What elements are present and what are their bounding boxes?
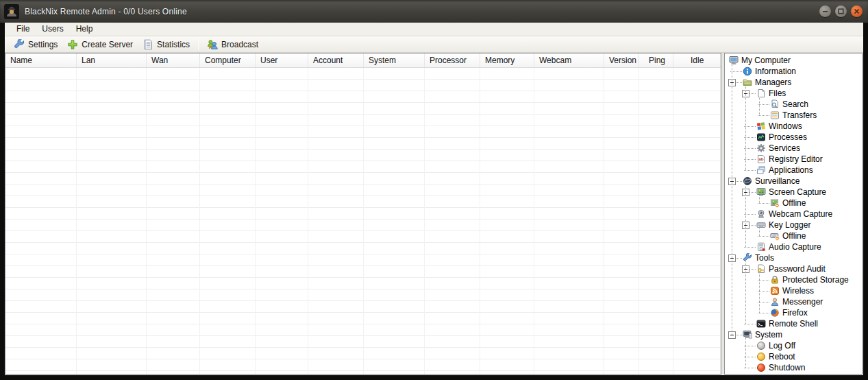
tree-connector [759, 97, 760, 115]
table-gridline [673, 68, 673, 374]
tree-connector [743, 165, 756, 176]
services-gear-icon [756, 143, 766, 153]
table-gridline [480, 68, 480, 374]
tree-item-label: Windows [769, 121, 802, 131]
column-header-memory[interactable]: Memory [480, 54, 534, 67]
tree-item-my-computer[interactable]: My Computer [725, 55, 862, 66]
column-header-version[interactable]: Version [604, 54, 639, 67]
tree-connector [756, 307, 770, 318]
tree-item-label: Key Logger [769, 220, 810, 230]
toolbar-button-label: Broadcast [221, 40, 258, 49]
toolbar-button-label: Settings [28, 40, 58, 49]
table-gridline [146, 68, 147, 374]
tree-connector [729, 176, 743, 187]
tree-connector [743, 209, 756, 219]
computer-icon [729, 56, 739, 65]
tree-item-label: Protected Storage [782, 275, 849, 285]
plus-icon [67, 39, 78, 50]
table-body[interactable] [5, 68, 721, 374]
tree-connector [743, 340, 756, 351]
tree-item-label: Screen Capture [769, 187, 826, 197]
column-header-wan[interactable]: Wan [147, 54, 200, 67]
menu-item-file[interactable]: File [10, 23, 36, 36]
menu-bar: FileUsersHelp [5, 23, 863, 36]
column-header-computer[interactable]: Computer [200, 54, 256, 67]
firefox-icon [770, 308, 780, 318]
column-header-webcam[interactable]: Webcam [534, 54, 604, 67]
tree-connector [732, 64, 732, 335]
column-header-name[interactable]: Name [5, 54, 77, 67]
table-gridline [76, 68, 77, 374]
tree-item-label: Shutdown [769, 363, 805, 372]
column-header-processor[interactable]: Processor [425, 54, 480, 67]
maximize-button[interactable] [835, 5, 847, 17]
tree-connector [743, 362, 756, 373]
broadcast-button[interactable]: Broadcast [202, 37, 263, 51]
lock-icon [770, 275, 780, 285]
column-header-system[interactable]: System [364, 54, 425, 67]
window-controls [819, 5, 863, 17]
webcam-icon [756, 209, 766, 219]
tree-item-label: Services [769, 143, 800, 153]
window-title: BlackNix Remote Admin - 0/0 Users Online [25, 7, 819, 16]
tree-connector [729, 252, 743, 263]
title-bar: BlackNix Remote Admin - 0/0 Users Online [0, 0, 868, 23]
toolbar-button-label: Create Server [82, 40, 133, 49]
shell-icon [756, 319, 766, 329]
tree-item-label: Information [755, 67, 796, 76]
tree-item-label: Firefox [782, 308, 808, 318]
statistics-button[interactable]: Statistics [138, 37, 195, 51]
tree-item-label: Webcam Capture [769, 209, 832, 219]
column-header-ping[interactable]: Ping [639, 54, 673, 67]
tools-wrench-icon [743, 253, 752, 263]
transfers-icon [770, 110, 780, 120]
column-header-account[interactable]: Account [308, 54, 364, 67]
tree-item-label: Offline [782, 198, 806, 208]
tree-item-label: Password Audit [769, 264, 826, 274]
tree-connector [759, 228, 760, 236]
column-header-lan[interactable]: Lan [77, 54, 147, 67]
settings-button[interactable]: Settings [9, 37, 62, 51]
menu-item-users[interactable]: Users [36, 23, 69, 36]
table-gridline [424, 68, 425, 374]
spy-icon [4, 4, 19, 19]
tree-item-label: Log Off [769, 341, 795, 351]
tree-connector [756, 274, 770, 285]
tree-connector [756, 198, 770, 209]
close-button[interactable] [851, 5, 863, 17]
app-window: BlackNix Remote Admin - 0/0 Users Online… [0, 0, 868, 380]
registry-icon: ab [756, 154, 766, 164]
table-gridline [199, 68, 200, 374]
column-header-idle[interactable]: Idle [673, 54, 721, 67]
create-server-button[interactable]: Create Server [62, 37, 138, 51]
managers-folder-icon [743, 78, 752, 87]
command-tree-panel: My ComputerInformationManagersFilesSearc… [724, 53, 863, 375]
menu-item-help[interactable]: Help [70, 23, 99, 36]
tree-connector [743, 154, 756, 165]
tree-item-information[interactable]: Information [725, 66, 862, 77]
column-header-user[interactable]: User [256, 54, 308, 67]
tree-item-label: Tools [755, 253, 774, 263]
tree-connector [729, 77, 743, 88]
table-gridline [638, 68, 639, 374]
table-gridline [308, 68, 308, 374]
svg-text:ab: ab [758, 156, 763, 161]
table-header-row: NameLanWanComputerUserAccountSystemProce… [5, 54, 721, 68]
tree-item-label: Files [769, 88, 786, 98]
toolbar-separator [198, 38, 199, 50]
tree-connector [743, 121, 756, 132]
tree-item-label: Offline [782, 231, 806, 241]
square-icon [838, 8, 844, 14]
windows-icon [756, 121, 766, 131]
minus-icon [822, 8, 828, 14]
tree-connector [745, 185, 746, 247]
keylogger-offline-icon [770, 231, 780, 241]
password-audit-icon [756, 264, 766, 274]
tree-connector [745, 338, 746, 368]
table-gridline [363, 68, 364, 374]
command-tree: My ComputerInformationManagersFilesSearc… [725, 54, 862, 373]
tree-connector [756, 110, 770, 121]
minimize-button[interactable] [819, 5, 831, 17]
processes-icon [756, 132, 766, 142]
tree-item-label: My Computer [741, 56, 791, 65]
